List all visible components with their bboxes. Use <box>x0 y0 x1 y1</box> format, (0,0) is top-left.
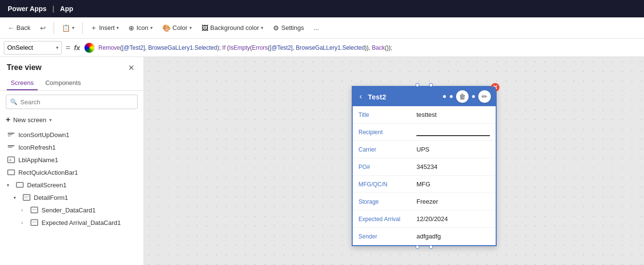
label-mfg: MFG/QC/N <box>358 181 416 188</box>
handle-top-left <box>415 83 419 87</box>
value-sender: adfgadfg <box>416 233 490 240</box>
detailscreen-expand-icon: ▾ <box>7 182 13 188</box>
handle-header-1 <box>443 95 446 98</box>
tab-screens[interactable]: Screens <box>7 76 38 90</box>
detail-back-button[interactable]: ‹ <box>358 92 364 101</box>
canvas-area: ✕ ‹ Test2 🗑 ✏ <box>144 57 644 265</box>
equals-sign: = <box>66 43 70 52</box>
close-panel-button[interactable]: ✕ <box>125 62 137 73</box>
more-button[interactable]: ... <box>310 22 323 33</box>
settings-label: Settings <box>281 24 304 31</box>
svg-rect-7 <box>8 170 14 175</box>
app-name: Power Apps <box>8 5 46 13</box>
separator-2 <box>82 22 83 34</box>
value-recipient <box>416 128 490 136</box>
sender-datacard1-label: Sender_DataCard1 <box>42 207 96 214</box>
detail-panel: ✕ ‹ Test2 🗑 ✏ <box>352 86 497 246</box>
new-screen-button[interactable]: + New screen ▾ <box>0 113 143 126</box>
tree-item-expected-arrival-datacard1[interactable]: › Expected Arrival_DataCard1 <box>0 216 143 229</box>
delete-action-button[interactable]: 🗑 <box>456 90 469 103</box>
undo-icon: ↩ <box>40 24 46 32</box>
label-title: Title <box>358 112 416 118</box>
handle-header-3 <box>472 95 475 98</box>
svg-text:A: A <box>9 158 12 162</box>
detail-row-expected-arrival: Expected Arrival 12/20/2024 <box>353 210 496 228</box>
new-screen-label: New screen <box>13 116 46 124</box>
formula-back: Back <box>372 44 385 51</box>
bg-color-button[interactable]: 🖼 Background color ▾ <box>198 22 267 34</box>
expected-card-icon <box>30 219 39 226</box>
handle-header-2 <box>449 95 453 98</box>
tree-item-detailform1[interactable]: ▾ DetailForm1 <box>0 191 143 204</box>
formula-isempty: IsEmpty <box>229 44 250 51</box>
formula-param4: BrowseGaLLery1.Selected <box>296 44 365 51</box>
icon-button[interactable]: ⊕ Icon ▾ <box>125 22 157 34</box>
tree-item-rectquickactionbar1[interactable]: RectQuickActionBar1 <box>0 166 143 179</box>
label-storage: Storage <box>358 198 416 205</box>
tab-screens-label: Screens <box>11 79 34 86</box>
separator-1 <box>54 22 54 34</box>
svg-rect-1 <box>8 134 13 135</box>
settings-button[interactable]: ⚙ Settings <box>269 22 308 34</box>
icon-circle: ⊕ <box>129 24 134 32</box>
insert-chevron: ▾ <box>116 25 119 30</box>
tree-item-iconsortupdown1[interactable]: IconSortUpDown1 <box>0 128 143 141</box>
edit-action-button[interactable]: ✏ <box>478 90 491 103</box>
more-label: ... <box>314 24 319 31</box>
label-sender: Sender <box>358 233 416 240</box>
rectquickactionbar1-label: RectQuickActionBar1 <box>18 169 78 176</box>
detail-title: Test2 <box>368 93 439 101</box>
color-label: Color <box>172 24 187 31</box>
tree-item-detailscreen1[interactable]: ▾ DetailScreen1 <box>0 179 143 191</box>
back-icon: ← <box>8 24 14 32</box>
detail-row-storage: Storage Freezer <box>353 193 496 210</box>
icon-label: Icon <box>136 24 148 31</box>
tabs-bar: Screens Components <box>0 76 143 91</box>
formula-color-picker[interactable] <box>84 42 95 53</box>
formula-param3: [@Test2] <box>270 44 293 51</box>
back-button[interactable]: ← Back <box>4 22 34 34</box>
tree-item-iconrefresh1[interactable]: IconRefresh1 <box>0 141 143 153</box>
formula-text[interactable]: Remove([@Test2], BrowseGaLLery1.Selected… <box>99 44 640 51</box>
iconsortupdown-icon <box>7 131 15 139</box>
expected-arrival-datacard1-label: Expected Arrival_DataCard1 <box>42 219 121 226</box>
value-title: testtest <box>416 111 490 118</box>
detail-row-sender: Sender adfgadfg <box>353 228 496 245</box>
title-bar: Power Apps | App <box>0 0 644 17</box>
formula-param1: [@Test2] <box>122 44 145 51</box>
detail-row-title: Title testtest <box>353 106 496 124</box>
property-value: OnSelect <box>7 44 33 51</box>
color-button[interactable]: 🎨 Color ▾ <box>158 22 196 34</box>
iconsortupdown1-label: IconSortUpDown1 <box>18 131 70 139</box>
iconrefresh-icon <box>7 143 15 151</box>
tree-item-lblappname1[interactable]: A LblAppName1 <box>0 153 143 166</box>
value-po: 345234 <box>416 163 490 170</box>
file-name: App <box>60 5 73 13</box>
detailscreen1-label: DetailScreen1 <box>27 181 67 189</box>
value-storage: Freezer <box>416 198 490 205</box>
property-dropdown[interactable]: OnSelect ▾ <box>4 41 62 55</box>
undo-button[interactable]: ↩ <box>36 22 50 34</box>
selection-handles-bottom <box>415 245 433 249</box>
color-chevron: ▾ <box>189 25 192 30</box>
formula-remove: Remove <box>99 44 120 51</box>
svg-rect-14 <box>31 220 38 225</box>
detail-header-actions: 🗑 ✏ <box>443 90 491 103</box>
svg-rect-8 <box>16 182 23 187</box>
rect-icon <box>7 168 15 176</box>
tree-item-sender-datacard1[interactable]: › Sender_DataCard1 <box>0 204 143 216</box>
search-input[interactable] <box>20 98 133 106</box>
insert-button[interactable]: ＋ Insert ▾ <box>86 22 123 34</box>
detailform1-label: DetailForm1 <box>34 194 68 201</box>
label-recipient: Recipient <box>358 129 416 136</box>
sender-card-icon <box>30 206 39 214</box>
paste-button[interactable]: 📋 ▾ <box>58 22 78 34</box>
svg-rect-9 <box>23 195 30 200</box>
detailscreen-rect-icon <box>15 181 24 189</box>
formula-errors: Errors <box>252 44 268 51</box>
formula-bar: OnSelect ▾ = fx Remove([@Test2], BrowseG… <box>0 39 644 57</box>
paste-chevron: ▾ <box>72 25 74 30</box>
tab-components[interactable]: Components <box>42 76 85 90</box>
detail-form: Title testtest Recipient Carrier UPS PO#… <box>353 106 496 245</box>
bg-color-icon: 🖼 <box>201 24 208 32</box>
